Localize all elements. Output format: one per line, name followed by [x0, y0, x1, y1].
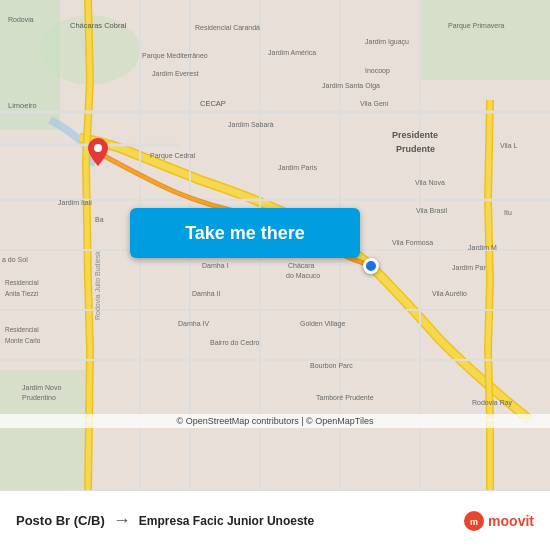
svg-text:Vila L: Vila L — [500, 142, 517, 149]
bottom-bar: Posto Br (C/B) → Empresa Facic Junior Un… — [0, 490, 550, 550]
svg-text:Jardim Par: Jardim Par — [452, 264, 487, 271]
origin-pin — [88, 138, 108, 166]
take-me-there-button[interactable]: Take me there — [130, 208, 360, 258]
svg-text:Rodovia: Rodovia — [8, 16, 34, 23]
svg-text:Prudentino: Prudentino — [22, 394, 56, 401]
svg-text:Jardim Sabarà: Jardim Sabarà — [228, 121, 274, 128]
svg-text:do Macuco: do Macuco — [286, 272, 320, 279]
svg-text:Vila Formosa: Vila Formosa — [392, 239, 433, 246]
svg-point-65 — [94, 144, 102, 152]
svg-text:Residencial Carandá: Residencial Carandá — [195, 24, 260, 31]
map-attribution: © OpenStreetMap contributors | © OpenMap… — [0, 414, 550, 428]
svg-text:Parque Cedral: Parque Cedral — [150, 152, 196, 160]
svg-text:Rodovia Julio Budiesk: Rodovia Julio Budiesk — [94, 251, 101, 320]
route-arrow: → — [113, 510, 131, 531]
svg-text:m: m — [470, 517, 478, 527]
map-container: Rodovia Chácaras Cobral Residencial Cara… — [0, 0, 550, 490]
svg-text:Monte Carlo: Monte Carlo — [5, 337, 41, 344]
svg-text:Limoeiro: Limoeiro — [8, 101, 37, 110]
svg-text:Prudente: Prudente — [396, 144, 435, 154]
svg-text:Jardim Itali: Jardim Itali — [58, 199, 92, 206]
svg-text:Damha II: Damha II — [192, 290, 220, 297]
svg-text:Jardim Novo: Jardim Novo — [22, 384, 61, 391]
svg-text:a do Sol: a do Sol — [2, 256, 28, 263]
route-from: Posto Br (C/B) — [16, 513, 105, 528]
route-to: Empresa Facic Junior Unoeste — [139, 514, 314, 528]
svg-text:Bourbon Parc: Bourbon Parc — [310, 362, 353, 369]
svg-text:Vila Geni: Vila Geni — [360, 100, 389, 107]
svg-text:Bairro do Cedro: Bairro do Cedro — [210, 339, 260, 346]
svg-text:Chácaras Cobral: Chácaras Cobral — [70, 21, 127, 30]
svg-text:Vila Brasil: Vila Brasil — [416, 207, 447, 214]
svg-text:Vila Nova: Vila Nova — [415, 179, 445, 186]
svg-text:Inocoop: Inocoop — [365, 67, 390, 75]
svg-text:Itu: Itu — [504, 209, 512, 216]
svg-text:Residencial: Residencial — [5, 326, 39, 333]
svg-text:Jardim Iguaçu: Jardim Iguaçu — [365, 38, 409, 46]
svg-text:Jardim Santa Olga: Jardim Santa Olga — [322, 82, 380, 90]
svg-text:Presidente: Presidente — [392, 130, 438, 140]
svg-text:Jardim M: Jardim M — [468, 244, 497, 251]
svg-rect-2 — [420, 0, 550, 80]
svg-text:Rodovia Ray: Rodovia Ray — [472, 399, 513, 407]
svg-text:Jardim Everest: Jardim Everest — [152, 70, 199, 77]
moovit-logo: m moovit — [463, 510, 534, 532]
svg-text:Ba: Ba — [95, 216, 104, 223]
svg-text:Jardim Paris: Jardim Paris — [278, 164, 317, 171]
svg-text:Parque Mediterrâneo: Parque Mediterrâneo — [142, 52, 208, 60]
svg-text:Vila Aurélio: Vila Aurélio — [432, 290, 467, 297]
svg-text:CECAP: CECAP — [200, 99, 226, 108]
svg-text:Anita Tiezzi: Anita Tiezzi — [5, 290, 38, 297]
destination-dot — [363, 258, 379, 274]
svg-text:Tamboré Prudente: Tamboré Prudente — [316, 394, 374, 401]
moovit-icon: m — [463, 510, 485, 532]
svg-text:Jardim América: Jardim América — [268, 49, 316, 56]
svg-text:Damha I: Damha I — [202, 262, 229, 269]
svg-text:Residencial: Residencial — [5, 279, 39, 286]
svg-text:Golden Village: Golden Village — [300, 320, 346, 328]
svg-text:Parque Primavera: Parque Primavera — [448, 22, 505, 30]
svg-text:Chácara: Chácara — [288, 262, 315, 269]
moovit-text: moovit — [488, 513, 534, 529]
svg-text:Damha IV: Damha IV — [178, 320, 209, 327]
